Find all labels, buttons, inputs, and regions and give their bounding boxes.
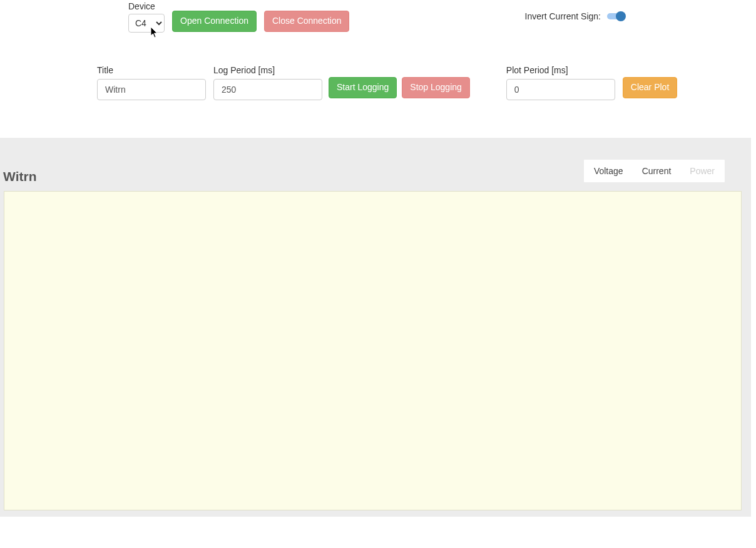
plot-section: Witrn Voltage Current Power: [0, 138, 751, 517]
title-label: Title: [97, 65, 206, 75]
stop-logging-button[interactable]: Stop Logging: [402, 77, 470, 98]
log-period-field: Log Period [ms]: [213, 65, 322, 100]
log-period-input[interactable]: [213, 79, 322, 100]
plot-period-input[interactable]: [506, 79, 615, 100]
title-field: Title: [97, 65, 206, 100]
close-connection-button[interactable]: Close Connection: [264, 11, 350, 32]
clear-plot-button[interactable]: Clear Plot: [623, 77, 677, 98]
plot-period-field: Plot Period [ms]: [506, 65, 615, 100]
plot-area[interactable]: [4, 191, 742, 510]
invert-current-sign: Invert Current Sign:: [525, 11, 626, 21]
open-connection-button[interactable]: Open Connection: [172, 11, 257, 32]
invert-label: Invert Current Sign:: [525, 11, 601, 21]
plot-legend: Voltage Current Power: [584, 160, 725, 182]
title-input[interactable]: [97, 79, 206, 100]
device-label: Device: [128, 1, 165, 11]
device-field: Device C4: [128, 1, 165, 33]
toggle-thumb: [616, 11, 626, 21]
plot-period-label: Plot Period [ms]: [506, 65, 615, 75]
legend-voltage[interactable]: Voltage: [594, 166, 623, 176]
start-logging-button[interactable]: Start Logging: [329, 77, 397, 98]
device-select[interactable]: C4: [128, 14, 165, 33]
plot-title: Witrn: [3, 169, 36, 184]
invert-toggle[interactable]: [607, 11, 626, 21]
legend-power[interactable]: Power: [690, 166, 715, 176]
legend-current[interactable]: Current: [642, 166, 672, 176]
log-period-label: Log Period [ms]: [213, 65, 322, 75]
